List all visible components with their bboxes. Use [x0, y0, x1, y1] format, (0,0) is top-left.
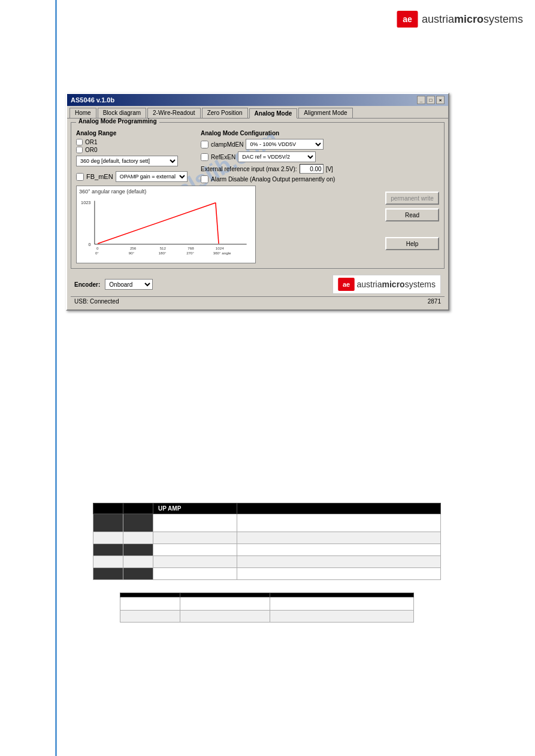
fb-row: FB_mEN OPAMP gain = external: [76, 171, 196, 182]
svg-text:0: 0: [89, 242, 91, 247]
range-dropdown[interactable]: 360 deg [default, factory sett]: [76, 156, 178, 166]
table1-r4c1: [123, 568, 153, 580]
analog-config-label: Analog Mode Configuration: [201, 130, 439, 136]
group-title: Analog Mode Programming: [76, 119, 159, 125]
table1-section: UP AMP: [93, 503, 441, 580]
ref-checkbox[interactable]: [201, 153, 208, 161]
table1-r3c1: [123, 556, 153, 568]
table1-header-col3: [237, 503, 441, 514]
table2-r1c1: [180, 611, 270, 623]
table1-r3c0: [93, 556, 123, 568]
table1-r4c3: [237, 568, 441, 580]
svg-text:768: 768: [188, 246, 194, 250]
table1-r2c2: [153, 544, 237, 556]
clamp-checkbox[interactable]: [201, 141, 208, 148]
table1-r1c0: [93, 532, 123, 544]
table1-row4: [93, 568, 441, 580]
encoder-dropdown[interactable]: Onboard: [105, 279, 153, 290]
tab-2wire-readout[interactable]: 2-Wire-Readout: [147, 108, 201, 118]
table2-header-col0: [120, 593, 180, 597]
table2-header-col2: [270, 593, 414, 597]
encoder-row: Encoder: Onboard: [74, 279, 153, 290]
table1-r2c1: [123, 544, 153, 556]
analog-range-col: Analog Range OR1 OR0 360 deg [default, f…: [76, 130, 196, 183]
table2-row1: [120, 611, 414, 623]
read-button[interactable]: Read: [385, 208, 439, 221]
table1-header-col0: [93, 503, 123, 514]
clamp-dropdown[interactable]: 0% - 100% VDD5V: [246, 139, 324, 150]
main-window: AS5046 v.1.0b _ □ × Home Block diagram 2…: [66, 93, 449, 311]
chart-svg: 1023 0 0 256 512 768 1024 0° 90°: [79, 196, 253, 256]
maximize-button[interactable]: □: [427, 96, 435, 104]
fb-en-checkbox[interactable]: [76, 173, 84, 181]
table1-header-col1: [123, 503, 153, 514]
title-controls: _ □ ×: [417, 96, 445, 104]
ext-ref-row: External reference input (max 2.5V): [V]: [201, 164, 439, 174]
table1-r0c1: [123, 514, 153, 532]
chart-title: 360° angular range (default): [79, 189, 253, 195]
close-button[interactable]: ×: [436, 96, 445, 104]
alarm-row: Alarm Disable (Analog Output permanently…: [201, 175, 439, 183]
tab-analog-mode[interactable]: Analog Mode: [249, 108, 298, 119]
left-accent-bar: [55, 0, 57, 756]
table1-r0c2: [153, 514, 237, 532]
table1-r4c2: [153, 568, 237, 580]
svg-text:ae: ae: [403, 14, 412, 24]
analog-range-label: Analog Range: [76, 130, 196, 136]
table2-r1c0: [120, 611, 180, 623]
svg-text:0°: 0°: [95, 251, 99, 255]
bottom-logo-text: austriamicrosystems: [357, 280, 436, 289]
logo-text: austriamicrosystems: [422, 13, 523, 26]
minimize-button[interactable]: _: [417, 96, 425, 104]
ref-dropdown[interactable]: DAC ref = VDD5V/2: [238, 151, 316, 162]
clamp-label: clampMdEN: [211, 141, 243, 148]
table1-row1: [93, 532, 441, 544]
tab-zero-position[interactable]: Zero Position: [202, 108, 248, 118]
table2-header-col1: [180, 593, 270, 597]
bottom-logo-icon: ae: [338, 278, 355, 291]
ref-label: RefExEN: [211, 154, 235, 160]
bottom-logo: ae austriamicrosystems: [333, 275, 442, 294]
table1-r3c3: [237, 556, 441, 568]
table1: UP AMP: [93, 503, 441, 580]
encoder-label: Encoder:: [74, 281, 100, 288]
ext-ref-label: External reference input (max 2.5V):: [201, 166, 297, 172]
svg-text:512: 512: [160, 246, 167, 250]
status-right: 2871: [428, 298, 441, 305]
or0-label: OR0: [85, 147, 98, 153]
svg-text:1024: 1024: [216, 246, 224, 250]
alarm-checkbox[interactable]: [201, 175, 208, 183]
bottom-row: 360° angular range (default) 1023 0: [76, 186, 439, 263]
fb-dropdown[interactable]: OPAMP gain = external: [116, 171, 188, 182]
button-col: permanent write Read Help: [261, 186, 439, 263]
help-button[interactable]: Help: [385, 237, 439, 250]
analog-mode-group: Analog Mode Programming Analog Range OR1…: [71, 122, 445, 269]
svg-text:ae: ae: [342, 281, 349, 288]
ext-ref-input[interactable]: [300, 164, 324, 174]
table2-r1c2: [270, 611, 414, 623]
tab-home[interactable]: Home: [69, 108, 96, 118]
title-bar: AS5046 v.1.0b _ □ ×: [67, 94, 448, 106]
permanent-write-button[interactable]: permanent write: [385, 192, 439, 205]
table1-header-col2: UP AMP: [153, 503, 237, 514]
table2-section: [120, 593, 414, 623]
svg-text:90°: 90°: [129, 251, 135, 255]
window-content: manualslib.com Analog Mode Programming A…: [67, 119, 448, 309]
window-bottom: Encoder: Onboard ae austriamicrosystems: [71, 272, 445, 296]
table1-r1c1: [123, 532, 153, 544]
table1-row3: [93, 556, 441, 568]
svg-text:360° angle: 360° angle: [213, 251, 231, 255]
tab-bar: Home Block diagram 2-Wire-Readout Zero P…: [67, 106, 448, 119]
svg-text:270°: 270°: [186, 251, 194, 255]
tab-block-diagram[interactable]: Block diagram: [98, 108, 146, 118]
tab-alignment-mode[interactable]: Alignment Mode: [298, 108, 352, 118]
or0-checkbox[interactable]: [76, 147, 83, 153]
table2-row0: [120, 597, 414, 611]
table1-row2: [93, 544, 441, 556]
chart-area: 360° angular range (default) 1023 0: [76, 186, 256, 263]
header-logo: ae austriamicrosystems: [397, 11, 523, 28]
or1-label: OR1: [85, 139, 98, 145]
or1-checkbox[interactable]: [76, 139, 83, 145]
table2-r0c1: [180, 597, 270, 611]
fb-en-label: FB_mEN: [86, 173, 113, 180]
